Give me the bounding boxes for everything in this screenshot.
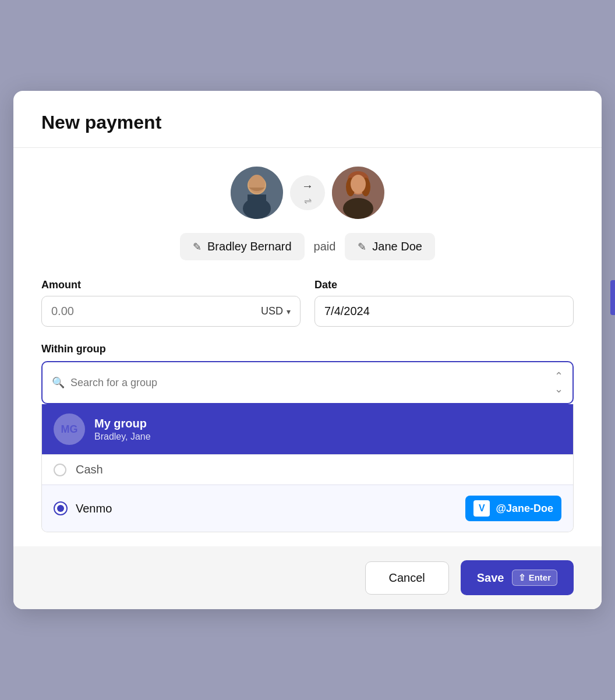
- amount-group: Amount USD ▾: [41, 279, 301, 327]
- save-label: Save: [477, 571, 504, 585]
- names-row: ✎ Bradley Bernard paid ✎ Jane Doe: [41, 233, 574, 260]
- direction-arrows: → ⇌: [290, 175, 325, 210]
- amount-input-wrapper[interactable]: USD ▾: [41, 296, 301, 327]
- group-dropdown-list: MG My group Bradley, Jane Cash: [41, 404, 574, 532]
- cancel-button[interactable]: Cancel: [365, 561, 449, 595]
- modal-overlay: New payment: [0, 0, 615, 700]
- group-item-my-group[interactable]: MG My group Bradley, Jane: [42, 404, 573, 454]
- receiver-name-label: Jane Doe: [372, 240, 422, 253]
- search-icon: 🔍: [52, 376, 65, 389]
- svg-rect-3: [248, 195, 266, 203]
- group-avatar-mg: MG: [54, 413, 85, 445]
- payment-item-cash[interactable]: Cash: [42, 454, 573, 485]
- group-search-input[interactable]: [70, 377, 549, 389]
- group-members-label: Bradley, Jane: [94, 432, 151, 442]
- currency-label: USD: [261, 305, 283, 317]
- currency-selector[interactable]: USD ▾: [261, 305, 291, 317]
- modal-title: New payment: [41, 112, 574, 133]
- date-group: Date: [314, 279, 574, 327]
- amount-input[interactable]: [51, 305, 256, 318]
- sender-edit-icon: ✎: [193, 241, 202, 253]
- venmo-left: Venmo: [54, 501, 112, 515]
- venmo-label: Venmo: [76, 502, 112, 515]
- group-search-wrapper[interactable]: 🔍 ⌃⌄: [41, 361, 574, 404]
- date-input[interactable]: [324, 305, 564, 318]
- save-button[interactable]: Save ⇧ Enter: [461, 560, 574, 595]
- date-label: Date: [314, 279, 574, 291]
- group-label: Within group: [41, 343, 574, 355]
- sender-name-button[interactable]: ✎ Bradley Bernard: [180, 233, 305, 260]
- chevron-down-icon: ▾: [287, 307, 291, 316]
- date-input-wrapper[interactable]: [314, 296, 574, 327]
- form-row: Amount USD ▾ Date: [41, 279, 574, 327]
- modal: New payment: [13, 91, 602, 609]
- receiver-edit-icon: ✎: [358, 241, 366, 253]
- venmo-radio-dot: [57, 505, 64, 512]
- amount-label: Amount: [41, 279, 301, 291]
- receiver-avatar: [332, 167, 384, 219]
- venmo-logo-icon: V: [473, 500, 490, 517]
- cash-label: Cash: [76, 463, 103, 476]
- receiver-name-button[interactable]: ✎ Jane Doe: [345, 233, 435, 260]
- paid-label: paid: [314, 240, 336, 253]
- venmo-badge: V @Jane-Doe: [465, 496, 561, 521]
- arrow-exchange-icon: ⇌: [304, 195, 312, 206]
- modal-header: New payment: [13, 91, 602, 148]
- enter-badge: ⇧ Enter: [512, 570, 557, 586]
- group-name-label: My group: [94, 417, 151, 430]
- venmo-radio[interactable]: [54, 501, 68, 515]
- sender-avatar: [231, 167, 283, 219]
- up-down-icon: ⌃⌄: [554, 370, 563, 395]
- modal-body: → ⇌: [13, 148, 602, 532]
- payment-item-venmo[interactable]: Venmo V @Jane-Doe: [42, 485, 573, 532]
- avatars-row: → ⇌: [41, 167, 574, 219]
- arrow-right-icon: →: [302, 179, 313, 193]
- group-info-my-group: My group Bradley, Jane: [94, 417, 151, 442]
- svg-point-6: [343, 198, 373, 219]
- svg-point-11: [351, 175, 366, 193]
- group-section: Within group 🔍 ⌃⌄ MG My group Bradley, J…: [41, 343, 574, 532]
- cash-radio[interactable]: [54, 464, 66, 476]
- venmo-handle: @Jane-Doe: [496, 503, 553, 515]
- scrollbar-tab: [610, 280, 615, 315]
- modal-footer: Cancel Save ⇧ Enter: [13, 546, 602, 609]
- sender-name-label: Bradley Bernard: [207, 240, 292, 253]
